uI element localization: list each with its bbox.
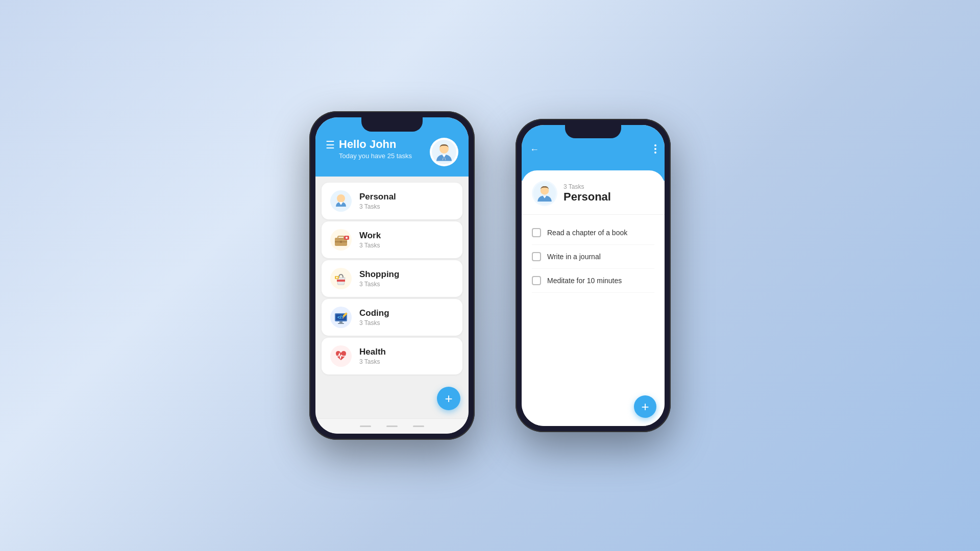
category-avatar [532,181,557,206]
category-task-count: 3 Tasks [564,183,611,190]
category-header: 3 Tasks Personal [522,170,665,215]
header-text: Hello John Today you have 25 tasks [339,138,430,160]
personal-name: Personal [359,192,454,202]
work-tasks: 3 Tasks [359,242,454,249]
category-health[interactable]: Health 3 Tasks [322,338,462,374]
svg-point-16 [336,277,338,279]
svg-rect-22 [338,323,344,324]
work-icon [330,229,352,251]
task-item-1[interactable]: Read a chapter of a book [532,221,654,245]
svg-rect-14 [337,280,345,282]
task-checkbox-3[interactable] [532,276,541,285]
work-name: Work [359,231,454,241]
phone2-screen: ← [522,125,665,426]
personal-info: Personal 3 Tasks [359,192,454,210]
subtitle-text: Today you have 25 tasks [339,152,430,160]
task-checkbox-2[interactable] [532,252,541,261]
more-button[interactable] [654,143,656,154]
svg-point-12 [346,237,348,239]
task-label-2: Write in a journal [547,253,601,261]
svg-rect-21 [339,321,342,323]
profile-icon [413,425,424,427]
notch-1 [361,117,423,132]
greeting-text: Hello John [339,138,430,151]
category-shopping[interactable]: Shopping 3 Tasks [322,260,462,297]
categories-list: Personal 3 Tasks [315,177,469,418]
add-task-fab-2[interactable]: + [634,395,656,418]
tasks-list: Read a chapter of a book Write in a jour… [522,215,665,299]
shopping-tasks: 3 Tasks [359,281,454,288]
task-label-3: Meditate for 10 minutes [547,277,622,285]
phone1-screen: ☰ Hello John Today you have 25 tasks [315,117,469,434]
category-info: 3 Tasks Personal [564,183,611,204]
notch-2 [565,125,621,138]
health-icon [330,345,352,367]
shopping-icon [330,267,352,290]
menu-icon[interactable]: ☰ [326,139,335,151]
phone2-content: 3 Tasks Personal Read a chapter of a boo… [522,170,665,426]
health-tasks: 3 Tasks [359,358,454,365]
add-task-fab[interactable]: + [437,387,460,410]
category-personal[interactable]: Personal 3 Tasks [322,183,462,219]
task-label-1: Read a chapter of a book [547,229,627,237]
phone-1: ☰ Hello John Today you have 25 tasks [309,111,475,440]
category-title: Personal [564,190,611,204]
coding-info: Coding 3 Tasks [359,308,454,327]
shopping-info: Shopping 3 Tasks [359,269,454,288]
personal-icon [330,190,352,212]
search-icon [386,425,398,427]
coding-name: Coding [359,308,454,318]
dot3 [654,152,656,154]
work-info: Work 3 Tasks [359,231,454,249]
svg-point-5 [337,194,345,203]
bottom-nav [315,418,469,434]
svg-rect-10 [340,241,342,243]
back-button[interactable]: ← [530,144,539,155]
personal-tasks: 3 Tasks [359,203,454,210]
shopping-name: Shopping [359,269,454,280]
health-info: Health 3 Tasks [359,347,454,365]
user-avatar[interactable] [430,138,458,166]
task-item-2[interactable]: Write in a journal [532,245,654,269]
phone-2: ← [516,119,671,432]
task-item-3[interactable]: Meditate for 10 minutes [532,269,654,293]
category-coding[interactable]: </> Coding 3 Tasks [322,299,462,336]
coding-icon: </> [330,306,352,329]
coding-tasks: 3 Tasks [359,319,454,327]
dot2 [654,148,656,150]
categories-scroll[interactable]: Personal 3 Tasks [315,177,469,381]
category-work[interactable]: Work 3 Tasks [322,221,462,258]
dot1 [654,144,656,146]
health-name: Health [359,347,454,357]
task-checkbox-1[interactable] [532,228,541,237]
home-icon [360,425,371,427]
